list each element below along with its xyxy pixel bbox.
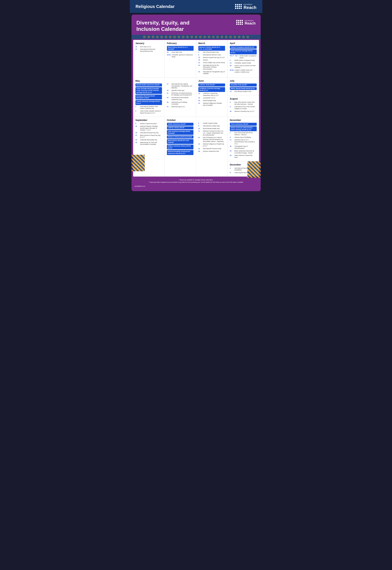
jul-badge-1: Disability Pride Month* (230, 84, 257, 86)
jun-event-1: 15 LGBTQIA+ Equal Pay Awareness Day (U.S… (198, 93, 225, 96)
ring-6 (165, 36, 167, 38)
logo-dots-icon (235, 4, 242, 9)
ring-4 (156, 36, 158, 38)
ring-15 (204, 36, 206, 38)
may-left: May Mental Health Awareness Month* Asian… (133, 78, 165, 117)
ring-24 (242, 36, 245, 38)
feb-event-2: 19-25 Aromantic Spectrum Awareness Week (167, 54, 194, 58)
ring-25 (247, 36, 249, 38)
oct-event-2: 8 International Lesbian Day (198, 125, 225, 127)
oct-event-5: 12 Day Of Respect For Cultural Diversity… (198, 137, 225, 142)
may-right: 17 International Day Against Homophobia,… (165, 78, 196, 117)
oct-event-3: 10 World Mental Health Day* (198, 128, 225, 130)
jan-event-1: 15 MLK Day (U.S.)* (136, 46, 162, 48)
february-label: February (167, 42, 194, 44)
may-event-3: 17 International Day Against Homophobia,… (167, 83, 194, 89)
ring-16 (208, 36, 210, 38)
apr-event-3: 14 Ambedkar Jayanti (India) (230, 62, 257, 64)
october-label: October (167, 119, 194, 121)
apr-badge-2: Arab American Heritage Month (U.S.)* (230, 49, 257, 54)
mar-event-7: 31 International Transgender Day of Visi… (198, 71, 225, 75)
june-cell: June LGBTQ+ Pride Month* Caribbean Ameri… (196, 78, 227, 117)
may-event-6: 24 Pansexual & Panromantic Awareness Day (167, 97, 194, 100)
nov-event-2: 8 Intersex Day of Solidarity (230, 137, 257, 139)
ring-23 (238, 36, 240, 38)
ring-7 (169, 36, 171, 38)
ring-22 (234, 36, 236, 38)
ring-18 (216, 36, 219, 38)
may-badge-2: Asian Heritage Month (Canada)* Asian Ame… (136, 87, 162, 94)
ring-binder (131, 35, 261, 39)
oct-badge-7: National Disability Employment Awareness… (167, 150, 194, 155)
jun-badge-2: Caribbean American Heritage Month (U.S.) (198, 87, 225, 92)
sep-event-6: 30 National Day of Truth and Reconciliat… (136, 142, 162, 145)
may-badge-3: European Diversity Month (European Union… (136, 95, 162, 100)
footer-note-1: * Resources available for Paradigm Reach… (135, 179, 257, 181)
may-event-4: 19 Agender Pride Day* (167, 90, 194, 92)
ring-19 (221, 36, 223, 38)
oct-badge-2: LGBTQ+ History Month (167, 126, 194, 129)
main-card: Diversity, Equity, and Inclusion Calenda… (131, 14, 261, 191)
oct-badge-5: Black History Month (U.K and Ireland)* (167, 139, 194, 144)
apr-event-1: Mar 27 - Apr 2 World Autism Acceptance W… (230, 55, 257, 59)
oct-event-4: 11 National Coming Out Day (U.S., U.K., … (198, 130, 225, 136)
ring-14 (199, 36, 202, 38)
ring-3 (152, 36, 154, 38)
ring-2 (148, 36, 150, 38)
october-right: 2 Gandhi Jayanti (India) 8 International… (196, 117, 227, 176)
mar-event-1: 1 Zero Discrimination Day (198, 51, 225, 53)
november-sub: November Trans Awareness Month* Native A… (227, 117, 259, 161)
feb-event-1: 10 Lunar New Year (167, 51, 194, 53)
header-logo: paradigm Reach (235, 3, 256, 10)
mar-event-6: 21 International Day for the Elimination… (198, 64, 225, 70)
nov-event-1: 1 Day of the Dead (Día de los Muertos - … (230, 132, 257, 136)
deco-stripes-right (247, 161, 261, 178)
ring-11 (186, 36, 189, 38)
oct-event-8: 26 Intersex Awareness Day (198, 150, 225, 152)
sep-event-2: 15 National Hispanic Heritage Month begi… (136, 125, 162, 131)
jun-event-3: 20 World Refugee Day (198, 100, 225, 102)
nov-badge-2: Native American Indian/Alaska Native Her… (230, 126, 257, 131)
october-cell: October ADHD Awareness Month* LGBTQ+ His… (165, 117, 227, 176)
sep-event-3: 18 International Equal Pay Day (136, 132, 162, 134)
header-logo-text: paradigm Reach (243, 3, 256, 10)
ring-21 (229, 36, 232, 38)
sep-event-1: 8 Mother's Equal Pay Day** (136, 123, 162, 125)
nov-event-4: 20 Transgender Day of Remembrance* (230, 145, 257, 149)
jun-event-2: 19 Juneteenth* (U.S.) (198, 97, 225, 99)
nov-event-6: 30 Native Women's Equal Pay Day** (230, 155, 257, 158)
calendar-row-3: September 8 Mother's Equal Pay Day** 15 … (133, 117, 259, 176)
may-event-5: 21 World Day of Cultural Diversity for D… (167, 92, 194, 96)
november-label: November (230, 119, 257, 121)
march-cell: March Women's History Month (U.S., U.K.,… (196, 40, 227, 77)
august-label: August (230, 97, 257, 100)
jun-event-4: 21 National Indigenous Peoples Day (Cana… (198, 102, 225, 106)
deco-stripes-left (131, 155, 145, 171)
ring-20 (225, 36, 227, 38)
june-label: June (198, 80, 225, 82)
page-header: Religious Calendar paradigm Reach (130, 0, 262, 13)
may-event-2: 3 Asian Pacific Islander Women's Equal P… (136, 110, 162, 114)
may-event-8: 27 Memorial Day (U.S.) (167, 106, 194, 108)
mar-event-3: 15 Women's Equal Pay Day (U.S.)** (198, 57, 225, 59)
jun-badge-1: LGBTQ+ Pride Month* (198, 84, 225, 86)
ring-13 (195, 36, 197, 38)
october-left: October ADHD Awareness Month* LGBTQ+ His… (165, 117, 196, 176)
sep-event-4: 21 Black Women's Equal Pay Day (U.S.)** (136, 134, 162, 138)
sep-event-5: 23 Celebrate Bisexuality Day (136, 139, 162, 141)
jul-event-1: 14 Non-Binary People's Day* (230, 91, 257, 93)
footer-notes: * Resources available for Paradigm Reach… (131, 177, 261, 185)
jan-event-2: 27 International Holocaust Remembrance D… (136, 48, 162, 52)
nov-event-3: 11 Veterans Day (U.S.)* / Remembrance Da… (230, 139, 257, 145)
ring-17 (212, 36, 214, 38)
april-label: April (230, 42, 257, 44)
oct-event-6: 14 National Indigenous People Day (U.S.)… (198, 143, 225, 147)
ring-12 (191, 36, 193, 38)
mar-event-4: 19 Nowruz (198, 59, 225, 61)
ring-10 (182, 36, 184, 38)
ring-1 (143, 36, 146, 38)
september-label: September (136, 119, 162, 121)
may-event-7: 26 National Day of Healing (Australia) (167, 101, 194, 105)
jul-badge-2: BIPOC Mental Health Month (U.S.) (230, 87, 257, 90)
mar-event-2: 8 International Women's Day (198, 54, 225, 56)
